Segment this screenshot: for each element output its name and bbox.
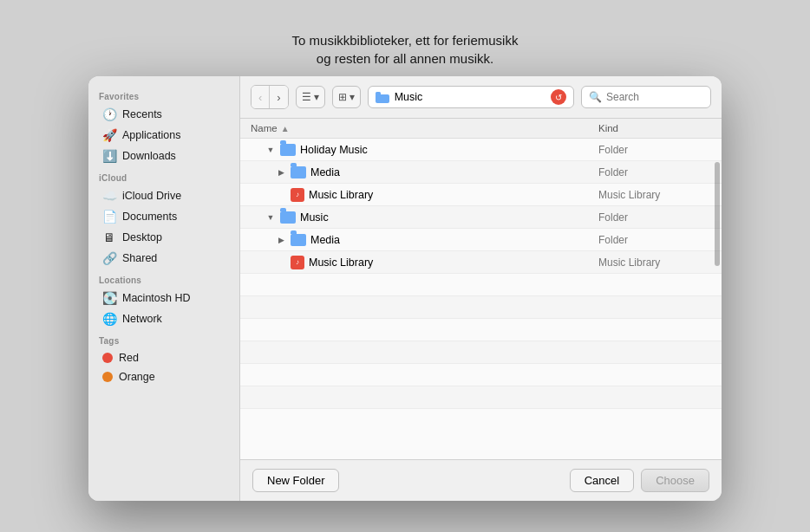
locations-label: Locations [88,269,239,288]
forward-button[interactable]: › [270,86,287,108]
table-row[interactable]: ♪ Music Library Music Library [240,251,722,274]
scrollbar-thumb[interactable] [715,162,720,266]
sidebar-item-shared[interactable]: 🔗 Shared [92,248,236,269]
path-reload-button[interactable]: ↺ [551,89,566,105]
file-name: Holiday Music [300,144,368,156]
grid-view-button[interactable]: ⊞ ▾ [332,86,361,108]
sidebar-item-network[interactable]: 🌐 Network [92,308,236,329]
empty-row [240,319,722,341]
file-name: Music [300,211,329,224]
main-content: ‹ › ☰ ▾ ⊞ ▾ Music ↺ [240,76,722,501]
nav-buttons: ‹ › [251,85,289,109]
table-row[interactable]: ▶ Media Folder [240,161,722,184]
file-kind: Music Library [598,189,711,201]
empty-row [240,386,722,409]
svg-rect-2 [376,92,381,95]
file-list: ▼ Holiday Music Folder ▶ Media Folder [240,139,722,459]
sidebar-item-icloud-drive[interactable]: ☁️ iCloud Drive [92,185,236,206]
search-input[interactable] [606,91,703,103]
file-row-name: ▶ Media [251,166,598,178]
file-list-wrapper: Name ▲ Kind ▼ Holiday Music Folder [240,119,722,459]
col-kind-header[interactable]: Kind [598,123,711,133]
empty-row [240,296,722,319]
search-bar[interactable]: 🔍 [581,86,711,108]
table-row[interactable]: ▼ Music Folder [240,206,722,229]
recents-icon: 🕐 [102,107,116,121]
sidebar-item-label: iCloud Drive [122,190,181,202]
expand-icon[interactable]: ▶ [276,167,286,178]
file-row-name: ♪ Music Library [251,256,598,269]
list-view-button[interactable]: ☰ ▾ [296,86,325,108]
sidebar-item-orange[interactable]: Orange [92,367,236,386]
sidebar-item-label: Macintosh HD [122,292,191,304]
list-view-chevron-icon: ▾ [314,91,319,103]
file-kind: Folder [598,166,711,178]
file-row-name: ▼ Holiday Music [251,144,598,156]
file-name: Music Library [309,256,373,269]
red-tag-dot [102,353,113,363]
grid-view-icon: ⊞ [338,91,347,103]
file-list-header: Name ▲ Kind [240,119,722,139]
expand-icon[interactable]: ▼ [265,212,276,223]
sidebar-item-label: Downloads [122,150,176,162]
dialog: Favorites 🕐 Recents 🚀 Applications ⬇️ Do… [88,76,722,501]
cancel-button[interactable]: Cancel [570,469,634,492]
file-row-name: ▶ Media [251,234,598,246]
sidebar-item-applications[interactable]: 🚀 Applications [92,125,236,146]
empty-row [240,341,722,364]
sidebar-item-desktop[interactable]: 🖥 Desktop [92,227,236,248]
sort-arrow-icon: ▲ [281,124,290,133]
empty-row [240,274,722,296]
documents-icon: 📄 [102,210,116,224]
file-kind: Folder [598,144,711,156]
action-buttons: Cancel Choose [570,469,709,492]
sidebar-item-label: Orange [119,371,155,383]
music-library-icon: ♪ [291,188,304,202]
icloud-icon: ☁️ [102,189,116,203]
path-name: Music [395,91,423,103]
search-icon: 🔍 [589,91,602,103]
music-library-icon: ♪ [291,256,304,269]
sidebar-item-documents[interactable]: 📄 Documents [92,206,236,227]
folder-icon [280,211,296,224]
file-kind: Folder [598,211,711,224]
new-folder-button[interactable]: New Folder [252,469,339,492]
desktop-icon: 🖥 [102,230,116,244]
shared-icon: 🔗 [102,251,116,265]
table-row[interactable]: ♪ Music Library Music Library [240,184,722,206]
file-row-name: ▼ Music [251,211,598,224]
back-button[interactable]: ‹ [251,86,270,108]
choose-button[interactable]: Choose [641,469,709,492]
path-folder-icon [376,90,389,104]
sidebar-item-label: Shared [122,252,157,264]
col-name-header[interactable]: Name ▲ [251,123,598,133]
list-view-icon: ☰ [302,91,311,103]
folder-icon [291,234,306,246]
hd-icon: 💽 [102,291,116,305]
toolbar: ‹ › ☰ ▾ ⊞ ▾ Music ↺ [240,76,722,119]
sidebar-item-label: Recents [122,108,162,120]
grid-view-chevron-icon: ▾ [349,91,355,103]
folder-icon [291,166,306,178]
sidebar-item-macintosh-hd[interactable]: 💽 Macintosh HD [92,288,236,308]
tooltip-text: To musikkbiblioteker, ett for feriemusik… [275,31,536,68]
tags-label: Tags [88,329,239,348]
expand-icon[interactable]: ▼ [265,145,276,155]
sidebar-item-label: Red [119,352,139,364]
table-row[interactable]: ▼ Holiday Music Folder [240,139,722,161]
sidebar-item-downloads[interactable]: ⬇️ Downloads [92,146,236,166]
empty-row [240,364,722,386]
path-bar[interactable]: Music ↺ [368,86,574,108]
sidebar-item-label: Network [122,313,162,325]
sidebar-item-red[interactable]: Red [92,348,236,367]
file-name: Media [310,166,340,178]
file-kind: Music Library [598,256,711,269]
expand-icon[interactable]: ▶ [276,235,286,245]
folder-icon [280,144,296,156]
table-row[interactable]: ▶ Media Folder [240,229,722,251]
bottom-bar: New Folder Cancel Choose [240,459,722,501]
file-row-name: ♪ Music Library [251,188,598,202]
sidebar-item-recents[interactable]: 🕐 Recents [92,104,236,125]
downloads-icon: ⬇️ [102,149,116,163]
icloud-label: iCloud [88,166,239,185]
